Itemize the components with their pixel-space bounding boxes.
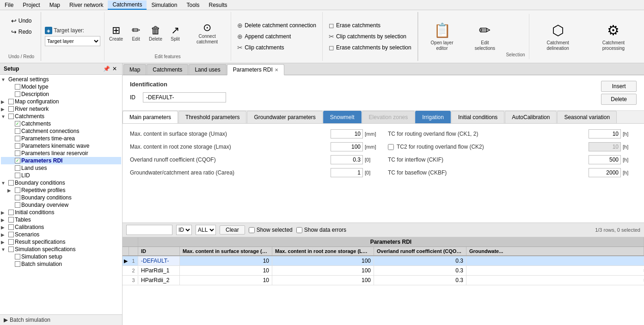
checkbox[interactable] bbox=[8, 247, 14, 252]
expand-icon[interactable]: ▶ bbox=[1, 217, 7, 223]
checkbox[interactable] bbox=[15, 165, 20, 171]
param-tab-snowmelt[interactable]: Snowmelt bbox=[323, 111, 362, 123]
expand-icon[interactable]: ▼ bbox=[1, 114, 7, 119]
checkbox[interactable] bbox=[15, 254, 20, 259]
checkbox[interactable] bbox=[15, 195, 20, 200]
undo-button[interactable]: ↩ Undo bbox=[7, 16, 36, 26]
param-tab-initial[interactable]: Initial conditions bbox=[451, 111, 504, 123]
checkbox[interactable] bbox=[15, 261, 20, 267]
checkbox[interactable] bbox=[15, 84, 20, 90]
tree-simulation-specs[interactable]: ▼ Simulation specifications bbox=[1, 246, 121, 253]
param-umax-input[interactable] bbox=[331, 129, 363, 138]
id-input[interactable] bbox=[143, 92, 226, 102]
create-button[interactable]: ⊞ Create bbox=[106, 14, 126, 53]
checkbox[interactable] bbox=[8, 180, 14, 186]
checkbox[interactable] bbox=[15, 143, 20, 149]
col-id-header[interactable]: ID bbox=[138, 247, 180, 255]
expand-icon[interactable]: ▼ bbox=[1, 181, 7, 186]
checkbox-checked[interactable]: ✓ bbox=[15, 121, 20, 126]
erase-by-selection-button[interactable]: ◻ Erase catchments by selection bbox=[326, 42, 414, 53]
col-umax-header[interactable]: Max. content in surface storage (Umax) [… bbox=[180, 247, 272, 255]
insert-button[interactable]: Insert bbox=[601, 81, 637, 92]
tree-initial-conditions[interactable]: ▶ Initial conditions bbox=[1, 209, 121, 216]
tab-parameters-rdi[interactable]: Parameters RDI ✕ bbox=[227, 64, 284, 75]
checkbox[interactable] bbox=[15, 173, 20, 178]
edit-button[interactable]: ✏ Edit bbox=[127, 14, 145, 53]
tree-catchment-connections[interactable]: Catchment connections bbox=[1, 127, 121, 135]
tree-boundary-conditions-group[interactable]: ▼ Boundary conditions bbox=[1, 179, 121, 187]
batch-simulation-bar[interactable]: ▶ Batch simulation bbox=[0, 314, 122, 325]
param-ckif-input[interactable] bbox=[589, 155, 621, 164]
grid-row-1[interactable]: ▶ 1 -DEFAULT- 10 100 0.3 bbox=[123, 256, 644, 266]
expand-icon[interactable]: ▼ bbox=[1, 247, 7, 252]
checkbox[interactable] bbox=[8, 114, 14, 119]
tree-params-linear[interactable]: Parameters linear reservoir bbox=[1, 150, 121, 157]
catchment-processing-button[interactable]: ⚙ Catchment processing bbox=[587, 14, 640, 59]
clip-by-selection-button[interactable]: ✂ Clip catchments by selection bbox=[326, 31, 414, 42]
param-tab-elevation[interactable]: Elevation zones bbox=[362, 111, 415, 123]
tree-result-specifications[interactable]: ▶ Result specifications bbox=[1, 238, 121, 246]
expand-icon[interactable]: ▶ bbox=[1, 107, 7, 112]
tree-land-uses[interactable]: Land uses bbox=[1, 164, 121, 172]
checkbox[interactable] bbox=[15, 91, 20, 97]
tree-general-settings[interactable]: ▼ General settings bbox=[1, 76, 121, 83]
param-ck2-input[interactable] bbox=[589, 142, 621, 151]
tree-params-kinematic[interactable]: Parameters kinematic wave bbox=[1, 142, 121, 150]
checkbox[interactable] bbox=[8, 106, 14, 112]
expand-icon[interactable]: ▶ bbox=[1, 240, 7, 245]
tree-scenarios[interactable]: ▶ Scenarios bbox=[1, 231, 121, 238]
tab-catchments[interactable]: Catchments bbox=[147, 64, 188, 75]
checkbox[interactable] bbox=[15, 128, 20, 134]
open-layer-editor-button[interactable]: 📋 Open layer editor bbox=[420, 14, 464, 59]
checkbox[interactable] bbox=[15, 150, 20, 156]
sidebar-close-button[interactable]: ✕ bbox=[111, 65, 118, 72]
show-data-errors-checkbox[interactable] bbox=[296, 227, 302, 233]
expand-icon[interactable]: ▶ bbox=[1, 225, 7, 230]
param-carea-input[interactable] bbox=[331, 168, 363, 177]
show-selected-checkbox[interactable] bbox=[249, 227, 255, 233]
tree-simulation-setup[interactable]: Simulation setup bbox=[1, 253, 121, 260]
clip-catchments-button[interactable]: ✂ Clip catchments bbox=[235, 42, 319, 53]
expand-icon[interactable]: ▶ bbox=[1, 99, 7, 104]
split-button[interactable]: ↗ Split bbox=[166, 14, 184, 53]
checkbox[interactable] bbox=[15, 187, 20, 193]
tree-catchments-group[interactable]: ▼ Catchments bbox=[1, 113, 121, 120]
catchment-delineation-button[interactable]: ⬡ Catchment delineation bbox=[531, 14, 585, 59]
expand-icon[interactable]: ▶ bbox=[1, 210, 7, 215]
param-tab-threshold[interactable]: Threshold parameters bbox=[178, 111, 246, 123]
col-groundwater-header[interactable]: Groundwate... bbox=[466, 247, 644, 255]
erase-catchments-button[interactable]: ◻ Erase catchments bbox=[326, 20, 414, 30]
delete-id-button[interactable]: Delete bbox=[601, 94, 637, 105]
menu-river-network[interactable]: River network bbox=[65, 1, 108, 9]
tab-map[interactable]: Map bbox=[123, 64, 146, 75]
tree-repetitive-profiles[interactable]: ▶ Repetitive profiles bbox=[1, 187, 121, 194]
menu-simulation[interactable]: Simulation bbox=[147, 1, 182, 9]
append-catchment-button[interactable]: ⊕ Append catchment bbox=[235, 31, 319, 42]
tree-params-rdi[interactable]: ✓ Parameters RDI bbox=[1, 157, 121, 164]
tree-river-network[interactable]: ▶ River network bbox=[1, 105, 121, 113]
menu-project[interactable]: Project bbox=[18, 1, 44, 9]
col-lmax-header[interactable]: Max. content in root zone storage (Lmax)… bbox=[272, 247, 374, 255]
delete-button[interactable]: 🗑 Delete bbox=[146, 14, 165, 53]
grid-row-2[interactable]: 2 HParRdii_1 10 100 0.3 bbox=[123, 266, 644, 276]
tree-tables[interactable]: ▶ Tables bbox=[1, 216, 121, 223]
checkbox[interactable] bbox=[15, 136, 20, 141]
checkbox[interactable] bbox=[15, 202, 20, 208]
param-ckbf-input[interactable] bbox=[589, 168, 621, 177]
tree-calibrations[interactable]: ▶ Calibrations bbox=[1, 223, 121, 231]
expand-icon[interactable]: ▶ bbox=[1, 232, 7, 237]
tab-land-uses[interactable]: Land uses bbox=[189, 64, 226, 75]
param-tab-main[interactable]: Main parameters bbox=[123, 111, 178, 124]
checkbox[interactable] bbox=[8, 217, 14, 223]
param-ck2-checkbox[interactable] bbox=[388, 144, 394, 150]
param-ck12-input[interactable] bbox=[589, 129, 621, 138]
sidebar-pin-button[interactable]: 📌 bbox=[103, 65, 110, 72]
param-tab-irrigation[interactable]: Irrigation bbox=[415, 111, 451, 123]
checkbox[interactable] bbox=[8, 224, 14, 230]
filter-input[interactable] bbox=[126, 225, 172, 235]
param-tab-autocal[interactable]: AutoCalibration bbox=[505, 111, 557, 123]
param-tab-seasonal[interactable]: Seasonal variation bbox=[557, 111, 617, 123]
tree-model-type[interactable]: Model type bbox=[1, 83, 121, 90]
param-lmax-input[interactable] bbox=[331, 142, 363, 151]
param-tab-groundwater[interactable]: Groundwater parameters bbox=[247, 111, 322, 123]
